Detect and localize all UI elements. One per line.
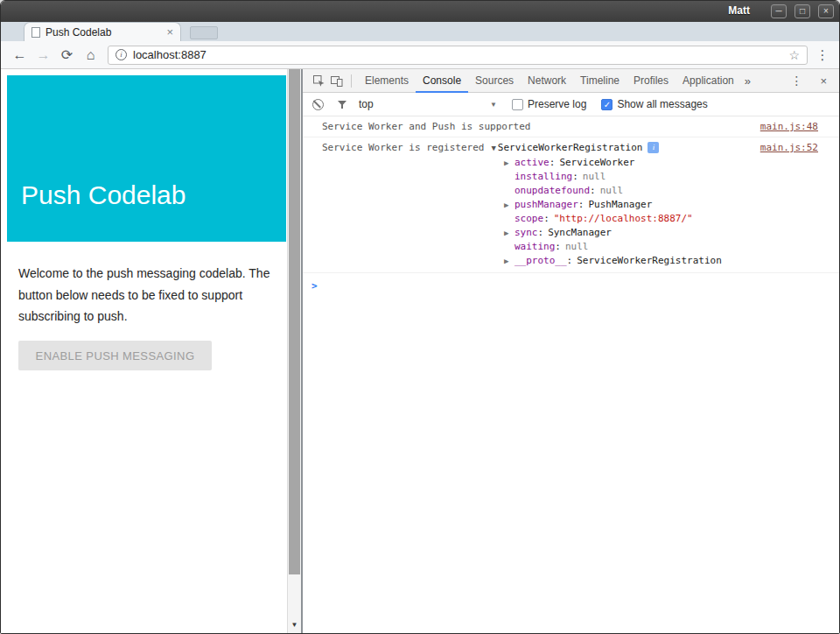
minimize-button[interactable]: ─ (771, 4, 787, 18)
tab-strip: Push Codelab × (1, 22, 839, 41)
source-link[interactable]: main.js:48 (760, 121, 818, 132)
property-name: installing (514, 170, 572, 184)
reload-button[interactable]: ⟳ (55, 46, 79, 63)
property-row: installing : null (504, 170, 818, 184)
preserve-log-label: Preserve log (528, 98, 586, 110)
property-name: sync (514, 226, 538, 240)
show-all-messages-checkbox[interactable]: ✓ Show all messages (601, 98, 707, 110)
browser-toolbar: ← → ⟳ ⌂ i localhost:8887 ☆ ⋮ (1, 41, 839, 69)
property-separator: : (590, 184, 596, 198)
devtools-panel: Elements Console Sources Network Timelin… (303, 69, 839, 633)
window-controls: ─ □ × (771, 4, 834, 18)
address-bar[interactable]: i localhost:8887 ☆ (108, 46, 808, 65)
devtools-close-icon[interactable]: × (813, 74, 834, 88)
property-row: ▶ active : ServiceWorker (504, 156, 818, 170)
message-text: Service Worker and Push is supported (322, 121, 530, 132)
content-area: Push Codelab Welcome to the push messagi… (1, 69, 839, 633)
clear-console-icon[interactable] (312, 99, 324, 110)
inspect-element-icon[interactable] (312, 74, 326, 88)
property-name: active (514, 156, 550, 170)
tab-timeline[interactable]: Timeline (573, 69, 626, 93)
console-message: Service Worker and Push is supported mai… (303, 116, 839, 137)
tab-title: Push Codelab (46, 26, 166, 39)
property-value: "http://localhost:8887/" (554, 212, 693, 226)
expand-triangle-icon[interactable]: ▶ (504, 156, 514, 170)
property-name: __proto__ (514, 254, 567, 268)
object-property-tree: ▶ active : ServiceWorker installing : nu… (504, 153, 818, 268)
prompt-chevron-icon: > (312, 280, 318, 292)
devtools-menu-icon[interactable]: ⋮ (780, 74, 813, 88)
expand-triangle-icon[interactable]: ▶ (504, 254, 514, 268)
checkbox-checked[interactable]: ✓ (601, 99, 612, 110)
expand-triangle-icon[interactable]: ▶ (504, 198, 514, 212)
property-name: onupdatefound (514, 184, 590, 198)
page-header: Push Codelab (7, 75, 286, 242)
property-row: ▶ pushManager : PushManager (504, 198, 818, 212)
url-text[interactable]: localhost:8887 (133, 48, 788, 61)
page-scrollbar[interactable]: ▼ (287, 69, 301, 633)
browser-tab[interactable]: Push Codelab × (24, 22, 181, 41)
preserve-log-checkbox[interactable]: Preserve log (512, 98, 586, 110)
property-name: waiting (514, 240, 555, 254)
property-separator: : (567, 254, 573, 268)
toolbar-divider (351, 74, 352, 88)
property-separator: : (555, 240, 561, 254)
maximize-button[interactable]: □ (794, 4, 810, 18)
forward-button[interactable]: → (32, 47, 55, 63)
tab-profiles[interactable]: Profiles (626, 69, 676, 93)
site-info-icon[interactable]: i (116, 49, 127, 60)
property-value: null (600, 184, 624, 198)
object-info-icon[interactable]: i (648, 142, 659, 153)
scrollbar-down-icon[interactable]: ▼ (288, 618, 301, 632)
new-tab-button[interactable] (190, 26, 218, 39)
show-all-messages-label: Show all messages (617, 98, 707, 110)
browser-menu-icon[interactable]: ⋮ (813, 47, 832, 63)
property-separator: : (538, 226, 544, 240)
execution-context-select[interactable]: top ▼ (359, 98, 497, 110)
property-row: waiting : null (504, 240, 818, 254)
close-window-button[interactable]: × (818, 4, 834, 18)
collapse-triangle-icon[interactable]: ▼ (491, 144, 495, 152)
property-value: ServiceWorkerRegistration (577, 254, 722, 268)
device-toolbar-icon[interactable] (330, 74, 344, 88)
page-title: Push Codelab (21, 180, 186, 210)
property-value: SyncManager (548, 226, 612, 240)
home-button[interactable]: ⌂ (79, 47, 102, 63)
property-row: ▶ __proto__ : ServiceWorkerRegistration (504, 254, 818, 268)
property-row: onupdatefound : null (504, 184, 818, 198)
context-value: top (359, 98, 374, 110)
console-toolbar: top ▼ Preserve log ✓ Show all messages (303, 93, 839, 116)
scrollbar-thumb[interactable] (289, 69, 300, 574)
tab-close-icon[interactable]: × (166, 26, 173, 38)
chevron-down-icon: ▼ (490, 101, 497, 109)
back-button[interactable]: ← (8, 47, 32, 63)
tab-network[interactable]: Network (521, 69, 573, 93)
filter-icon[interactable] (337, 100, 347, 109)
expand-triangle-icon[interactable]: ▶ (504, 226, 514, 240)
titlebar-user-label: Matt (728, 4, 750, 17)
property-name: scope (514, 212, 543, 226)
os-titlebar[interactable]: Matt ─ □ × (1, 1, 839, 22)
devtools-tabbar: Elements Console Sources Network Timelin… (303, 69, 839, 93)
property-name: pushManager (514, 198, 578, 212)
page-icon (32, 27, 40, 38)
property-separator: : (543, 212, 550, 226)
browser-window: Matt ─ □ × Push Codelab × ← → ⟳ ⌂ i loca… (0, 0, 840, 634)
web-page: Push Codelab Welcome to the push messagi… (1, 69, 303, 633)
checkbox-unchecked[interactable] (512, 99, 523, 110)
console-messages: Service Worker and Push is supported mai… (303, 116, 839, 292)
property-row: ▶ sync : SyncManager (504, 226, 818, 240)
enable-push-button[interactable]: ENABLE PUSH MESSAGING (18, 341, 212, 370)
tab-elements[interactable]: Elements (358, 69, 416, 93)
more-tabs-icon[interactable]: » (741, 74, 754, 88)
console-prompt[interactable]: > (303, 273, 839, 292)
property-row: scope : "http://localhost:8887/" (504, 212, 818, 226)
object-class-name[interactable]: ServiceWorkerRegistration (498, 142, 643, 153)
tab-console[interactable]: Console (416, 69, 468, 93)
property-separator: : (550, 156, 556, 170)
tab-sources[interactable]: Sources (468, 69, 521, 93)
tab-application[interactable]: Application (676, 69, 741, 93)
page-paragraph: Welcome to the push messaging codelab. T… (18, 263, 279, 328)
source-link[interactable]: main.js:52 (760, 142, 818, 153)
bookmark-star-icon[interactable]: ☆ (788, 48, 800, 62)
